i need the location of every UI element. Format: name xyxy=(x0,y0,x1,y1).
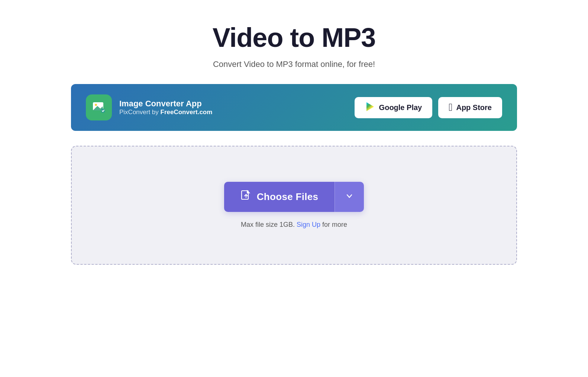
google-play-button[interactable]: Google Play xyxy=(355,97,433,118)
chevron-down-icon xyxy=(345,192,353,202)
sign-up-link[interactable]: Sign Up xyxy=(297,221,320,228)
file-upload-icon xyxy=(240,190,252,204)
apple-icon:  xyxy=(449,102,452,113)
app-desc: PixConvert by FreeConvert.com xyxy=(119,109,212,116)
drop-zone[interactable]: Choose Files Max file size 1GB. Sign Up … xyxy=(71,146,517,265)
google-play-icon xyxy=(365,102,375,114)
app-name: Image Converter App xyxy=(119,99,212,109)
ad-banner-left: Image Converter App PixConvert by FreeCo… xyxy=(86,94,212,120)
choose-files-dropdown-button[interactable] xyxy=(335,182,364,212)
ad-banner-right: Google Play  App Store xyxy=(355,97,502,118)
svg-point-2 xyxy=(95,104,97,106)
file-limit-text: Max file size 1GB. Sign Up for more xyxy=(241,221,347,229)
ad-banner: Image Converter App PixConvert by FreeCo… xyxy=(71,84,517,131)
file-limit-suffix-text: for more xyxy=(322,221,347,228)
app-info: Image Converter App PixConvert by FreeCo… xyxy=(119,99,212,116)
app-icon xyxy=(86,94,112,120)
app-store-label: App Store xyxy=(456,103,492,112)
google-play-label: Google Play xyxy=(379,103,422,112)
choose-files-button[interactable]: Choose Files xyxy=(224,182,335,212)
choose-files-label: Choose Files xyxy=(257,191,318,203)
svg-point-4 xyxy=(101,109,105,113)
page-subtitle: Convert Video to MP3 format online, for … xyxy=(213,59,375,69)
file-limit-prefix: Max file size 1GB. xyxy=(241,221,295,228)
choose-files-group: Choose Files xyxy=(224,182,364,212)
page-title: Video to MP3 xyxy=(213,22,376,53)
app-store-button[interactable]:  App Store xyxy=(438,97,502,118)
svg-marker-5 xyxy=(366,102,374,111)
